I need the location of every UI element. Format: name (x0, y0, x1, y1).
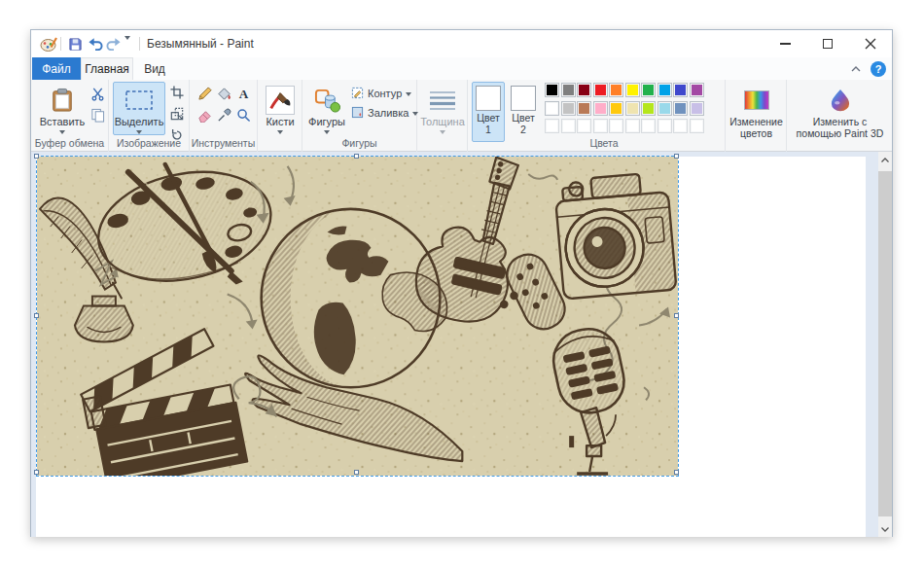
palette-swatch[interactable] (657, 101, 672, 116)
brushes-button[interactable]: Кисти (263, 82, 298, 135)
save-icon[interactable] (66, 35, 84, 53)
color2-swatch-box (511, 86, 536, 111)
palette-swatch[interactable] (545, 83, 559, 97)
color2-button[interactable]: Цвет 2 (508, 82, 539, 142)
tab-file[interactable]: Файл (32, 57, 81, 80)
crop-icon[interactable] (167, 83, 187, 102)
palette-empty-slot[interactable] (593, 119, 608, 133)
group-shapes: Фигуры Контур Заливка Фигуры (302, 80, 417, 152)
palette-swatch[interactable] (593, 83, 608, 97)
scrollbar-thumb[interactable] (878, 171, 892, 516)
palette-empty-slot[interactable] (561, 119, 576, 133)
palette-swatch[interactable] (690, 101, 704, 116)
pencil-icon[interactable] (195, 84, 214, 103)
selection-handle-bottom-left[interactable] (34, 470, 39, 475)
shape-fill-button[interactable]: Заливка (351, 105, 418, 121)
selection-handle-top-middle[interactable] (354, 154, 359, 159)
palette-swatch[interactable] (641, 83, 656, 97)
collapse-ribbon-icon[interactable] (849, 63, 863, 75)
palette-swatch[interactable] (577, 101, 591, 116)
palette-swatch[interactable] (625, 83, 640, 97)
edit-colors-button[interactable]: Изменение цветов (728, 82, 785, 140)
select-button[interactable]: Выделить (113, 82, 165, 135)
palette-empty-slot[interactable] (657, 119, 672, 133)
tab-home[interactable]: Главная (81, 57, 133, 80)
palette-swatch[interactable] (593, 101, 608, 116)
copy-icon[interactable] (88, 105, 107, 124)
selection-handle-bottom-middle[interactable] (354, 470, 359, 475)
paint3d-button[interactable]: Изменить с помощью Paint 3D (793, 82, 887, 140)
selection-rectangle-icon (124, 86, 154, 115)
palette-swatch[interactable] (641, 101, 656, 116)
palette-swatch[interactable] (545, 101, 559, 116)
canvas-image[interactable] (37, 157, 678, 476)
palette-swatch[interactable] (673, 83, 688, 97)
dropdown-caret (440, 130, 445, 134)
menu-bar: Файл Главная Вид ? (31, 57, 892, 80)
palette-swatch[interactable] (625, 101, 640, 116)
tab-view[interactable]: Вид (133, 57, 176, 80)
vertical-scrollbar[interactable] (878, 152, 892, 537)
shapes-button[interactable]: Фигуры (305, 82, 348, 135)
palette-swatch[interactable] (561, 83, 576, 97)
selection-handle-middle-left[interactable] (34, 313, 39, 318)
fill-bucket-icon[interactable] (214, 84, 233, 103)
palette-swatch[interactable] (561, 101, 576, 116)
undo-icon[interactable] (87, 35, 104, 53)
redo-icon[interactable] (105, 35, 123, 53)
group-colors: Цвет 1 Цвет 2 Цвета (468, 80, 726, 152)
screenshot: Безымянный - Paint Файл Главная Вид ? Вс… (0, 0, 924, 569)
customize-toolbar-icon[interactable] (124, 40, 134, 48)
selection-handle-bottom-right[interactable] (674, 470, 679, 475)
clipboard-paste-icon (51, 86, 74, 115)
paint-window: Безымянный - Paint Файл Главная Вид ? Вс… (30, 29, 893, 537)
resize-icon[interactable] (167, 104, 187, 124)
scroll-up-icon[interactable] (878, 152, 892, 167)
close-button[interactable] (849, 30, 892, 57)
minimize-button[interactable] (764, 30, 806, 57)
group-size: Толщина (417, 80, 468, 152)
help-icon[interactable]: ? (871, 61, 886, 77)
dropdown-caret (277, 130, 283, 134)
color-palette (545, 83, 704, 133)
maximize-button[interactable] (806, 30, 849, 57)
size-button[interactable]: Толщина (419, 82, 466, 135)
palette-swatch[interactable] (690, 83, 704, 97)
eraser-icon[interactable] (195, 105, 214, 124)
palette-swatch[interactable] (577, 83, 591, 97)
palette-swatch[interactable] (609, 83, 623, 97)
dropdown-caret (136, 130, 142, 134)
group-image: Выделить Изображение (109, 80, 190, 152)
palette-empty-slot[interactable] (673, 119, 688, 133)
ribbon: Вставить Буфер обмена Выделить (31, 80, 892, 152)
palette-empty-slot[interactable] (577, 119, 591, 133)
palette-empty-slot[interactable] (545, 119, 559, 133)
color1-button[interactable]: Цвет 1 (472, 82, 505, 142)
paint3d-icon (831, 86, 850, 115)
color-picker-icon[interactable] (214, 105, 233, 124)
group-tools: A Инструменты (190, 80, 258, 152)
paste-button[interactable]: Вставить (37, 82, 88, 135)
palette-empty-slot[interactable] (641, 119, 656, 133)
shapes-icon (314, 86, 340, 115)
cut-icon[interactable] (88, 84, 107, 103)
selection-handle-middle-right[interactable] (674, 313, 679, 318)
outline-button[interactable]: Контур (351, 86, 411, 101)
color1-swatch-box (476, 86, 501, 111)
magnifier-icon[interactable] (233, 105, 253, 124)
window-title: Безымянный - Paint (147, 37, 254, 51)
palette-swatch[interactable] (657, 83, 672, 97)
palette-empty-slot[interactable] (625, 119, 640, 133)
dropdown-caret (406, 92, 411, 96)
selection-handle-top-left[interactable] (34, 154, 39, 159)
palette-empty-slot[interactable] (609, 119, 623, 133)
palette-swatch[interactable] (673, 101, 688, 116)
palette-empty-slot[interactable] (690, 119, 704, 133)
scroll-down-icon[interactable] (878, 521, 892, 537)
text-tool-icon[interactable]: A (233, 84, 253, 103)
drawing-canvas[interactable] (36, 157, 866, 537)
divider (139, 37, 140, 51)
selection-handle-top-right[interactable] (674, 154, 679, 159)
line-thickness-icon (428, 86, 457, 115)
palette-swatch[interactable] (609, 101, 623, 116)
